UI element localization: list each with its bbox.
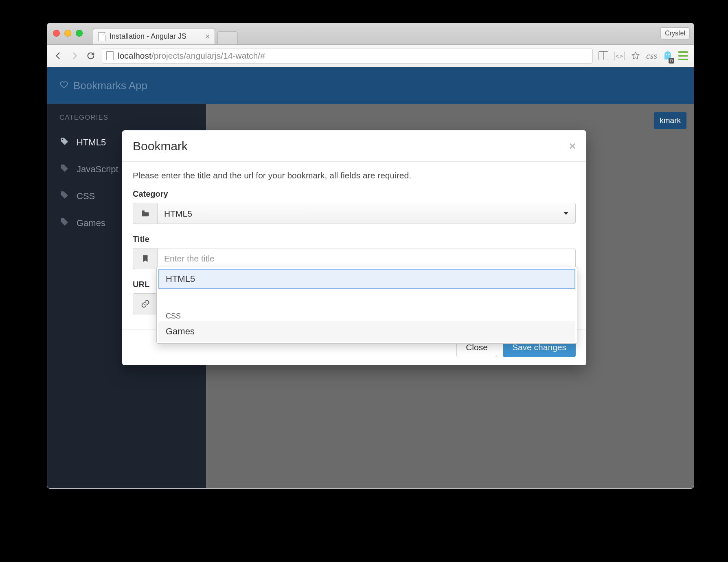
title-input[interactable]: [157, 248, 576, 269]
sidebar-item-label: HTML5: [77, 137, 106, 148]
page-viewport: Bookmarks App CATEGORIES HTML5 JavaScrip…: [47, 67, 694, 488]
page-icon: [106, 51, 114, 60]
url-host: localhost: [118, 51, 151, 60]
new-bookmark-button[interactable]: kmark: [654, 112, 686, 129]
close-icon[interactable]: ×: [569, 140, 576, 153]
dropdown-option-games[interactable]: Games: [158, 321, 575, 342]
category-label: Category: [133, 189, 576, 199]
tag-icon: [59, 136, 69, 149]
bookmark-icon: [133, 248, 157, 269]
title-input-group: [133, 248, 576, 269]
extension-icons: <> css 0: [599, 50, 688, 61]
profile-button[interactable]: Crysfel: [660, 27, 690, 40]
sidebar-item-label: JavaScript: [77, 164, 118, 175]
dropdown-option-label: Games: [166, 326, 195, 336]
css-extension-icon[interactable]: css: [646, 50, 657, 61]
modal-header: Bookmark ×: [122, 130, 586, 162]
svg-point-1: [668, 54, 669, 55]
tab-title: Installation - Angular JS: [110, 32, 186, 41]
dropdown-option-label: CSS: [166, 312, 181, 320]
save-button-label: Save changes: [512, 342, 566, 352]
category-select[interactable]: HTML5 JavaScript CSS Games: [157, 203, 576, 224]
category-dropdown-list: HTML5 CSS Games: [156, 267, 577, 344]
close-icon[interactable]: ×: [205, 32, 210, 41]
tag-icon: [59, 217, 69, 229]
dropdown-option-css[interactable]: CSS: [158, 311, 575, 321]
bookmark-star-icon[interactable]: [631, 51, 640, 61]
ghostery-badge: 0: [669, 58, 674, 64]
sidebar-heading: CATEGORIES: [47, 114, 206, 129]
sidebar-item-label: Games: [77, 218, 105, 228]
folder-icon: [133, 203, 157, 224]
address-bar[interactable]: localhost/projects/angularjs/14-watch/#: [102, 48, 593, 64]
link-icon: [133, 293, 157, 314]
app-header: Bookmarks App: [47, 67, 694, 104]
ghostery-icon[interactable]: 0: [663, 50, 673, 61]
sidebar-item-label: CSS: [77, 191, 95, 202]
browser-window: Installation - Angular JS × Crysfel loca…: [47, 23, 694, 489]
heart-icon: [59, 79, 68, 92]
window-minimize-button[interactable]: [64, 30, 71, 37]
dropdown-option-label: HTML5: [166, 274, 195, 284]
title-label: Title: [133, 235, 576, 244]
file-icon: [98, 32, 105, 41]
tab-strip: Installation - Angular JS × Crysfel: [47, 23, 694, 45]
modal-title: Bookmark: [133, 139, 188, 153]
tag-icon: [59, 163, 69, 176]
traffic-lights: [53, 30, 83, 37]
devtools-icon[interactable]: <>: [614, 52, 625, 60]
menu-icon[interactable]: [678, 51, 688, 60]
new-bookmark-label: kmark: [660, 116, 681, 125]
new-tab-button[interactable]: [217, 31, 238, 44]
forward-button[interactable]: [69, 50, 80, 61]
devices-icon[interactable]: [599, 51, 608, 60]
dropdown-option-html5[interactable]: HTML5: [158, 269, 575, 289]
browser-toolbar: localhost/projects/angularjs/14-watch/# …: [47, 45, 694, 67]
window-zoom-button[interactable]: [76, 30, 83, 37]
svg-point-2: [62, 139, 63, 140]
app-brand: Bookmarks App: [73, 79, 147, 92]
tag-icon: [59, 190, 69, 202]
url-path: /projects/angularjs/14-watch/#: [151, 51, 265, 60]
window-close-button[interactable]: [53, 30, 60, 37]
svg-point-0: [666, 54, 667, 55]
back-button[interactable]: [53, 50, 64, 61]
browser-tab[interactable]: Installation - Angular JS ×: [93, 28, 215, 44]
profile-label: Crysfel: [665, 30, 685, 37]
category-input-group: HTML5 JavaScript CSS Games: [133, 203, 576, 224]
reload-button[interactable]: [86, 50, 96, 61]
close-button-label: Close: [466, 342, 488, 352]
modal-instruction: Please enter the title and the url for y…: [133, 171, 576, 180]
